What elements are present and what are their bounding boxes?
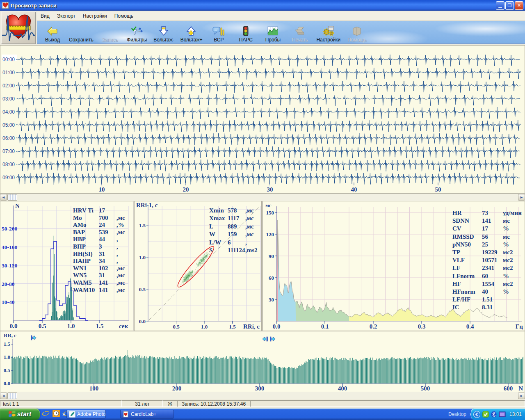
tachogram-scrollbar[interactable]: ◄ ► bbox=[0, 392, 525, 399]
svg-text:40: 40 bbox=[351, 186, 357, 193]
window-title: Просмотр записи bbox=[11, 2, 57, 9]
svg-text:0.5: 0.5 bbox=[39, 323, 46, 329]
menu-bar: ВидЭкспортНастройкиПомощь bbox=[37, 11, 525, 21]
tachogram-panel: RR, с0.00.51.01.5100200300400500600N bbox=[0, 331, 525, 392]
svg-text:Гц: Гц bbox=[516, 323, 523, 330]
svg-text:120: 120 bbox=[266, 231, 274, 237]
restore-button[interactable]: ❐ bbox=[505, 1, 514, 10]
toolbar-label: ВСР bbox=[214, 37, 224, 43]
clock-icon-1[interactable] bbox=[52, 410, 60, 419]
svg-text:600: 600 bbox=[504, 385, 513, 392]
toolbar-button-Выход[interactable]: Выход bbox=[42, 21, 63, 43]
svg-text:0.5: 0.5 bbox=[139, 286, 146, 292]
settings-icon bbox=[322, 25, 335, 37]
svg-text:50-200: 50-200 bbox=[2, 226, 17, 232]
toolbar-button-ПАРС[interactable]: ПАРС bbox=[235, 21, 256, 43]
menu-item-Вид[interactable]: Вид bbox=[37, 12, 53, 20]
toolbar-label: Вольтаж- bbox=[153, 37, 174, 43]
exit-icon bbox=[46, 25, 59, 37]
start-label: start bbox=[17, 411, 32, 418]
histogram-panel: N10-4020-8030-12040-16050-2000.00.51.01.… bbox=[0, 201, 133, 331]
svg-text:0.0: 0.0 bbox=[10, 323, 18, 329]
toolbar-button-Вольтаж-[interactable]: Вольтаж- bbox=[153, 21, 175, 43]
cardiolab-icon bbox=[123, 411, 129, 418]
menu-item-Настройки[interactable]: Настройки bbox=[79, 12, 111, 20]
toolbar-button-Пробы[interactable]: Пробы bbox=[262, 21, 283, 43]
app-window: Просмотр записи ▁ ❐ ✕ ВидЭкспортНастройк… bbox=[0, 0, 525, 420]
app-window-icon bbox=[2, 2, 9, 9]
ecg-strips-panel[interactable]: 00:0001:0002:0003:0004:0005:0006:0007:00… bbox=[0, 45, 525, 194]
task-button-Adobe Photoshop[interactable]: Adobe Photoshop bbox=[66, 410, 106, 419]
title-bar[interactable]: Просмотр записи ▁ ❐ ✕ bbox=[0, 0, 525, 11]
svg-text:10-40: 10-40 bbox=[2, 299, 15, 305]
minimize-button[interactable]: ▁ bbox=[496, 1, 504, 10]
tachogram-scroll-right-button[interactable]: ► bbox=[518, 393, 525, 399]
toolbar-label: Пробы bbox=[265, 37, 281, 43]
menu-item-Экспорт[interactable]: Экспорт bbox=[53, 12, 79, 20]
svg-text:RRi-1, с: RRi-1, с bbox=[136, 202, 158, 208]
task-button-label: CardioLab+ bbox=[131, 411, 156, 417]
ecg-row-label: 09:00 bbox=[2, 175, 15, 180]
tachogram-scroll-left-button[interactable]: ◄ bbox=[0, 393, 7, 399]
toolbar-button-Запись: Запись bbox=[99, 21, 121, 43]
svg-text:1.0: 1.0 bbox=[139, 254, 146, 260]
ecg-row-label: 07:00 bbox=[2, 148, 15, 154]
quick-launch-chevron[interactable]: » bbox=[62, 411, 65, 417]
toolbar-button-ВСР[interactable]: ВСР bbox=[208, 21, 229, 43]
toolbar-button-Фильтры[interactable]: Фильтры bbox=[126, 21, 148, 43]
close-button[interactable]: ✕ bbox=[515, 1, 523, 10]
toolbar-button-Помощь: Помощь bbox=[346, 21, 368, 43]
toolbar-button-Вольтаж+[interactable]: Вольтаж+ bbox=[180, 21, 203, 43]
ecg-row-label: 06:00 bbox=[2, 135, 15, 141]
ecg-row-label: 02:00 bbox=[2, 83, 15, 89]
svg-text:60: 60 bbox=[269, 275, 274, 281]
ecg-scroll-left-button[interactable]: ◄ bbox=[0, 194, 7, 201]
hide-icons-icon[interactable] bbox=[473, 411, 480, 418]
svg-text:0.1: 0.1 bbox=[321, 323, 329, 330]
svg-text:100: 100 bbox=[89, 385, 99, 392]
ecg-scroll-right-button[interactable]: ► bbox=[518, 194, 525, 201]
desktop-toolbar[interactable]: Desktop » bbox=[448, 409, 472, 420]
antivirus-icon[interactable] bbox=[482, 411, 489, 418]
toolbar-button-Печать: Печать bbox=[289, 21, 310, 43]
start-button[interactable]: start bbox=[0, 409, 40, 420]
windows-logo-icon bbox=[9, 411, 16, 418]
toolbar-label: Вольтаж+ bbox=[180, 37, 203, 43]
ecg-row-label: 08:00 bbox=[2, 162, 15, 167]
menu-item-Помощь[interactable]: Помощь bbox=[111, 12, 137, 20]
svg-text:RR, с: RR, с bbox=[4, 332, 16, 338]
ecg-scroll-thumb[interactable] bbox=[7, 194, 17, 201]
svg-text:1.5: 1.5 bbox=[229, 324, 236, 330]
svg-text:20: 20 bbox=[183, 186, 189, 193]
voltage-minus-icon bbox=[158, 25, 170, 37]
ie-icon-0[interactable]: e bbox=[42, 410, 50, 419]
svg-text:0.5: 0.5 bbox=[173, 324, 180, 330]
svg-text:20-80: 20-80 bbox=[2, 281, 15, 287]
help-icon bbox=[351, 25, 363, 37]
toolbar-button-Настройки[interactable]: Настройки bbox=[316, 21, 340, 43]
toolbar-button-Сохранить[interactable]: Сохранить bbox=[69, 21, 94, 43]
status-sex: Ж bbox=[163, 400, 177, 407]
ecg-row-label: 01:00 bbox=[2, 70, 15, 75]
svg-text:1.0: 1.0 bbox=[201, 324, 208, 330]
svg-text:RRi, с: RRi, с bbox=[243, 323, 260, 330]
svg-text:1.0: 1.0 bbox=[4, 354, 10, 360]
task-button-label: Adobe Photoshop bbox=[77, 411, 106, 417]
toolbar-label: Настройки bbox=[316, 37, 340, 43]
system-tray: 13:01 bbox=[471, 409, 525, 420]
samples-icon bbox=[267, 25, 279, 37]
toolbar-label: Печать bbox=[292, 37, 308, 43]
display-icon[interactable] bbox=[499, 411, 506, 418]
svg-text:200: 200 bbox=[172, 385, 182, 392]
spectrum-panel: мс3060901201500.00.10.20.30.4Гц HR73уд/м… bbox=[262, 201, 525, 331]
svg-text:400: 400 bbox=[338, 385, 347, 392]
bluetooth-icon[interactable] bbox=[491, 411, 497, 418]
svg-text:150: 150 bbox=[266, 210, 274, 216]
task-button-CardioLab+[interactable]: CardioLab+ bbox=[120, 410, 174, 419]
ecg-scrollbar[interactable]: ◄ ► bbox=[0, 194, 525, 201]
svg-text:0.0: 0.0 bbox=[273, 323, 281, 330]
svg-text:сек: сек bbox=[119, 323, 128, 329]
toolbar-label: Выход bbox=[45, 37, 60, 43]
tachogram-scroll-thumb[interactable] bbox=[7, 393, 17, 399]
svg-text:0.5: 0.5 bbox=[4, 367, 11, 373]
